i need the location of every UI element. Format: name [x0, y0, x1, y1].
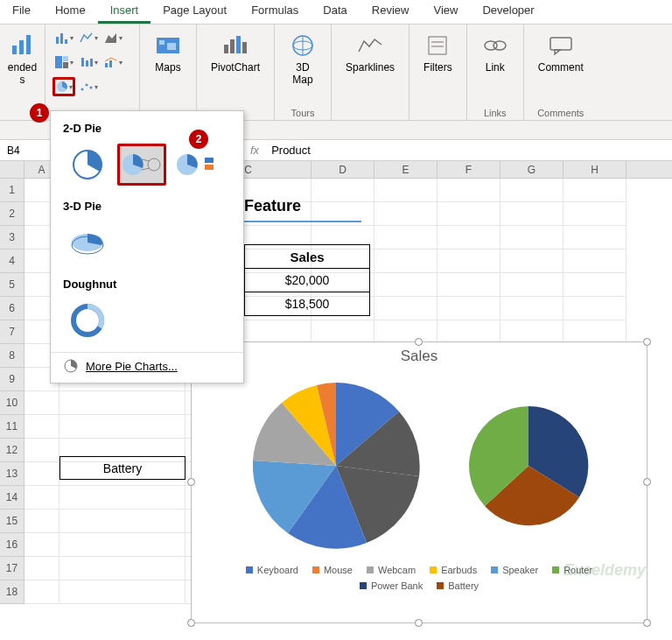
cell-A15[interactable] [24, 510, 60, 533]
cell-E4[interactable] [374, 250, 438, 273]
combo-chart-button[interactable]: ▾ [102, 53, 124, 72]
chart-handle-n[interactable] [415, 338, 423, 346]
treemap-button[interactable]: ▾ [52, 53, 75, 72]
legend-item[interactable]: Earbuds [430, 565, 477, 575]
row-header-2[interactable]: 2 [0, 202, 24, 226]
cell-F4[interactable] [438, 250, 500, 273]
row-header-17[interactable]: 17 [0, 557, 24, 580]
cell-A16[interactable] [24, 533, 60, 557]
battery-cell[interactable]: Battery [60, 456, 186, 480]
tab-formulas[interactable]: Formulas [239, 0, 311, 24]
pie-chart-button[interactable]: ▾ [52, 77, 75, 96]
row-header-1[interactable]: 1 [0, 179, 24, 202]
cell-A17[interactable] [24, 557, 60, 580]
row-header-16[interactable]: 16 [0, 533, 24, 557]
cell-H1[interactable] [564, 179, 626, 202]
doughnut-option[interactable] [63, 299, 112, 341]
row-header-12[interactable]: 12 [0, 439, 24, 462]
row-header-8[interactable]: 8 [0, 344, 24, 368]
chart-title[interactable]: Sales [192, 348, 647, 365]
filters-button[interactable]: Filters [416, 28, 459, 77]
tab-file[interactable]: File [0, 0, 43, 24]
cell-B14[interactable] [60, 486, 186, 510]
cell-B16[interactable] [60, 533, 186, 557]
3dmap-button[interactable]: 3D Map [282, 28, 324, 90]
cell-A12[interactable] [24, 439, 60, 462]
more-pie-charts[interactable]: More Pie Charts... [51, 352, 243, 379]
pie-3d-option[interactable] [63, 222, 112, 264]
tab-data[interactable]: Data [311, 0, 359, 24]
legend-item[interactable]: Battery [437, 580, 479, 591]
cell-F7[interactable] [438, 320, 500, 344]
scatter-chart-button[interactable]: ▾ [77, 77, 100, 96]
row-header-11[interactable]: 11 [0, 415, 24, 439]
cell-E5[interactable] [374, 273, 438, 297]
tab-home[interactable]: Home [43, 0, 98, 24]
cell-A18[interactable] [24, 580, 60, 604]
cell-F2[interactable] [438, 202, 500, 226]
cell-E3[interactable] [374, 226, 438, 250]
cell-B10[interactable] [60, 391, 186, 415]
cell-B18[interactable] [60, 580, 186, 604]
column-chart-button[interactable]: ▾ [52, 28, 75, 47]
comment-button[interactable]: Comment [531, 28, 591, 77]
cell-B17[interactable] [60, 557, 186, 580]
row-header-5[interactable]: 5 [0, 273, 24, 297]
legend-item[interactable]: Keyboard [246, 565, 298, 575]
sparklines-button[interactable]: Sparklines [339, 28, 402, 77]
cell-A14[interactable] [24, 486, 60, 510]
cell-A13[interactable] [24, 462, 60, 486]
cell-H7[interactable] [564, 320, 626, 344]
cell-B11[interactable] [60, 415, 186, 439]
col-header-d[interactable]: D [312, 161, 374, 178]
row-header-4[interactable]: 4 [0, 250, 24, 273]
cell-F5[interactable] [438, 273, 500, 297]
tab-developer[interactable]: Developer [470, 0, 546, 24]
name-box[interactable]: B4 [0, 140, 54, 160]
select-all-corner[interactable] [0, 161, 24, 178]
cell-E1[interactable] [374, 179, 438, 202]
cell-G7[interactable] [500, 320, 564, 344]
chart-plot-area[interactable] [192, 374, 647, 558]
chart-handle-e[interactable] [643, 478, 651, 486]
cell-G6[interactable] [500, 297, 564, 320]
area-chart-button[interactable]: ▾ [102, 28, 124, 47]
legend-item[interactable]: Power Bank [360, 580, 423, 591]
row-header-13[interactable]: 13 [0, 462, 24, 486]
recommended-charts-button[interactable]: ended s [7, 28, 38, 90]
cell-G3[interactable] [500, 226, 564, 250]
tab-page-layout[interactable]: Page Layout [150, 0, 239, 24]
pivotchart-button[interactable]: PivotChart [204, 28, 267, 77]
row-header-15[interactable]: 15 [0, 510, 24, 533]
cell-A10[interactable] [24, 391, 60, 415]
cell-H4[interactable] [564, 250, 626, 273]
line-chart-button[interactable]: ▾ [77, 28, 100, 47]
cell-G2[interactable] [500, 202, 564, 226]
row-header-9[interactable]: 9 [0, 368, 24, 391]
sales-row-2[interactable]: $18,500 [244, 292, 370, 316]
legend-item[interactable]: Speaker [491, 565, 538, 575]
fx-icon[interactable]: fx [243, 144, 266, 157]
legend-item[interactable]: Webcam [367, 565, 416, 575]
cell-F1[interactable] [438, 179, 500, 202]
cell-H2[interactable] [564, 202, 626, 226]
chart-handle-ne[interactable] [643, 338, 651, 346]
cell-H6[interactable] [564, 297, 626, 320]
link-button[interactable]: Link [474, 28, 516, 77]
bar-of-pie-option[interactable] [172, 144, 220, 186]
cell-G4[interactable] [500, 250, 564, 273]
cell-H5[interactable] [564, 273, 626, 297]
embedded-chart[interactable]: Sales [191, 341, 648, 623]
chart-handle-sw[interactable] [187, 619, 195, 627]
tab-insert[interactable]: Insert [98, 0, 151, 24]
cell-G1[interactable] [500, 179, 564, 202]
cell-F3[interactable] [438, 226, 500, 250]
row-header-7[interactable]: 7 [0, 320, 24, 344]
tab-review[interactable]: Review [360, 0, 422, 24]
sales-row-1[interactable]: $20,000 [244, 269, 370, 292]
col-header-h[interactable]: H [564, 161, 626, 178]
cell-G5[interactable] [500, 273, 564, 297]
cell-B15[interactable] [60, 510, 186, 533]
cell-E6[interactable] [374, 297, 438, 320]
cell-A11[interactable] [24, 415, 60, 439]
